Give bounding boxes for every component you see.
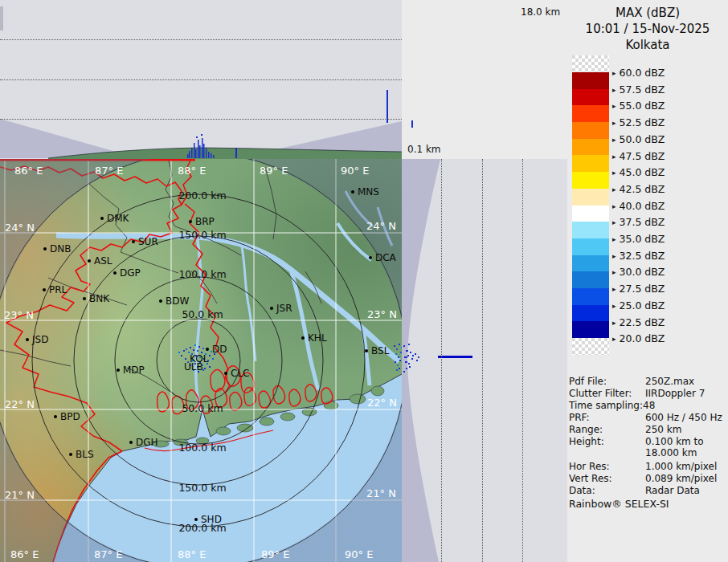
legend-entry: ▸40.0 dBZ (612, 200, 665, 212)
metadata-row: Time sampling:48 (569, 400, 726, 411)
tick-arrow-icon: ▸ (612, 335, 616, 343)
lon-label: 86° E (10, 548, 39, 560)
height-gridline (482, 159, 483, 562)
city-marker: DD (206, 344, 227, 355)
tick-arrow-icon: ▸ (612, 136, 616, 144)
product-datetime: 10:01 / 15-Nov-2025 (567, 21, 728, 37)
city-marker: BDW (159, 295, 189, 307)
city-dot (54, 415, 57, 418)
tick-arrow-icon: ▸ (612, 86, 616, 94)
legend-entry: ▸25.0 dBZ (612, 299, 665, 312)
city-marker: BPD (54, 411, 80, 422)
legend-entry: ▸57.5 dBZ (612, 83, 665, 96)
tick-arrow-icon: ▸ (612, 218, 616, 226)
color-band (572, 222, 609, 238)
tick-arrow-icon: ▸ (612, 102, 616, 110)
lat-label: 22° N (5, 398, 35, 410)
lat-label: 24° N (366, 220, 396, 232)
city-dot (100, 217, 104, 220)
color-band (572, 155, 609, 172)
lat-label: 22° N (367, 397, 397, 409)
legend-entry: ▸30.0 dBZ (612, 266, 665, 278)
city-dot (365, 349, 368, 352)
ring-label: 100.0 km (178, 268, 227, 280)
tick-arrow-icon: ▸ (612, 169, 616, 177)
transparent-band (572, 55, 609, 72)
color-band (572, 139, 609, 156)
city-marker: DGH (129, 437, 158, 448)
city-dot (88, 259, 91, 263)
city-dot (83, 297, 86, 300)
metadata-row: Range:250 km (569, 424, 726, 435)
lon-label: 90° E (341, 165, 369, 177)
height-gridline (0, 79, 402, 80)
city-dot (69, 453, 72, 456)
tick-arrow-icon: ▸ (612, 268, 616, 276)
color-scale (572, 55, 609, 355)
lon-label: 88° E (178, 548, 206, 560)
city-marker: KHL (301, 332, 327, 344)
legend-entry: ▸35.0 dBZ (612, 233, 665, 245)
legend-entry: ▸32.5 dBZ (612, 250, 665, 262)
tick-arrow-icon: ▸ (612, 119, 616, 127)
city-marker: MNS (351, 186, 379, 198)
color-band (572, 72, 609, 89)
product-title: MAX (dBZ) (567, 5, 728, 21)
corner-panel (402, 0, 567, 159)
metadata-row: Pdf File:250Z.max (569, 376, 726, 387)
legend-entry: ▸22.5 dBZ (612, 316, 665, 328)
height-gridline (441, 159, 442, 562)
city-marker: BRP (189, 216, 215, 227)
transparent-band (572, 338, 609, 355)
lon-label: 87° E (94, 548, 122, 560)
city-dot (206, 348, 209, 351)
product-header: MAX (dBZ) 10:01 / 15-Nov-2025 Kolkata (567, 5, 728, 53)
tick-arrow-icon: ▸ (612, 153, 616, 161)
software-brand: Rainbow® SELEX-SI (569, 498, 669, 510)
city-dot (351, 190, 354, 193)
max-height-label: 18.0 km (521, 6, 560, 18)
city-dot (369, 256, 372, 259)
ring-label: 150.0 km (178, 482, 227, 494)
tick-arrow-icon: ▸ (612, 252, 616, 260)
city-dot (129, 441, 133, 444)
lon-label: 89° E (260, 165, 288, 177)
color-band (572, 321, 609, 338)
legend-entry: ▸52.5 dBZ (612, 116, 665, 128)
city-dot (189, 220, 192, 223)
city-marker: BNK (83, 293, 109, 304)
color-band (572, 172, 609, 189)
legend-entry: ▸37.5 dBZ (612, 216, 665, 228)
tick-arrow-icon: ▸ (612, 319, 616, 327)
city-dot (224, 372, 227, 375)
color-band (572, 89, 609, 106)
legend-entry: ▸20.0 dBZ (612, 332, 665, 344)
metadata-row: Data:Radar Data (569, 485, 726, 496)
ring-label: 50.0 km (178, 308, 227, 320)
lat-label: 23° N (4, 309, 34, 321)
city-marker: PRL (43, 284, 67, 295)
city-dot (301, 336, 305, 340)
echo-tick (411, 120, 413, 128)
ring-label: 150.0 km (178, 229, 227, 241)
radar-map: 86° E 87° E 88° E 89° E 90° E 86° E 87° … (0, 159, 402, 562)
city-marker: SUR (132, 236, 158, 247)
legend-entry: ▸55.0 dBZ (612, 100, 665, 112)
tick-arrow-icon: ▸ (612, 202, 616, 210)
color-band (572, 271, 609, 288)
metadata-row: PRF:600 Hz / 450 Hz (569, 412, 726, 423)
city-marker: JSR (270, 303, 292, 314)
city-dot (26, 338, 29, 341)
city-marker: SHD (194, 514, 222, 525)
legend-entry: ▸45.0 dBZ (612, 166, 665, 178)
metadata-row: Clutter Filter:IIRDoppler 7 (569, 388, 726, 399)
metadata-row: Vert Res:0.089 km/pixel (569, 473, 726, 484)
lat-label: 24° N (5, 222, 35, 234)
height-gridline (0, 39, 402, 40)
city-marker: DNB (43, 243, 71, 255)
city-marker: MDP (117, 364, 145, 376)
city-dot (43, 247, 47, 250)
tick-arrow-icon: ▸ (612, 302, 616, 310)
city-marker: ULB (184, 361, 203, 373)
product-station: Kolkata (567, 37, 728, 53)
